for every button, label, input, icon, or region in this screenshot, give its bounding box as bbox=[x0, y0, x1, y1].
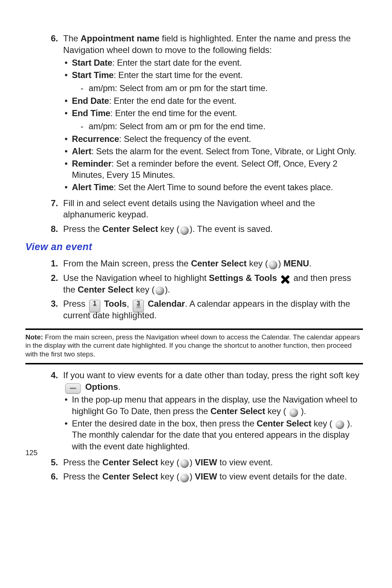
text: to view event details for the date. bbox=[217, 471, 347, 481]
text: ). The event is saved. bbox=[189, 224, 273, 234]
step-body: From the Main screen, press the Center S… bbox=[63, 258, 363, 269]
section-heading-view-event: View an event bbox=[25, 241, 363, 254]
text: ) bbox=[189, 471, 195, 481]
bold-text: Center Select bbox=[102, 457, 158, 467]
key-main: 1 bbox=[90, 300, 100, 306]
step-body: The Appointment name field is highlighte… bbox=[63, 33, 363, 195]
bold-text: VIEW bbox=[195, 471, 217, 481]
step-body: Press the Center Select key (). The even… bbox=[63, 223, 363, 235]
text: ). bbox=[299, 406, 306, 416]
center-select-icon bbox=[180, 226, 189, 235]
text: ) bbox=[278, 258, 283, 268]
center-select-icon bbox=[289, 408, 298, 417]
step-number: 5. bbox=[25, 457, 63, 468]
text: key ( bbox=[311, 418, 335, 428]
bold-text: VIEW bbox=[195, 457, 217, 467]
view-event-list-cont: 4. If you want to view events for a date… bbox=[25, 369, 363, 482]
manual-page: 6. The Appointment name field is highlig… bbox=[0, 0, 392, 588]
step-number: 2. bbox=[25, 272, 63, 295]
bullet: End Date: Enter the end date for the eve… bbox=[63, 95, 363, 107]
text: key ( bbox=[158, 457, 179, 467]
bold-text: MENU bbox=[283, 258, 309, 268]
step-6: 6. The Appointment name field is highlig… bbox=[25, 33, 363, 195]
center-select-icon bbox=[269, 261, 277, 269]
dash: am/pm: Select from am or pm for the star… bbox=[75, 82, 363, 94]
step-number: 6. bbox=[25, 33, 63, 195]
bold-text: Center Select bbox=[102, 471, 158, 481]
step-number: 8. bbox=[25, 223, 63, 235]
page-number: 125 bbox=[25, 448, 37, 457]
bold-text: Alert bbox=[72, 146, 91, 156]
step-number: 7. bbox=[25, 197, 63, 220]
bullet: Start Time: Enter the start time for the… bbox=[63, 69, 363, 94]
bold-text: End Time bbox=[72, 108, 110, 118]
step-number: 6. bbox=[25, 471, 63, 482]
step-body: Press the Center Select key () VIEW to v… bbox=[63, 471, 363, 482]
text: key ( bbox=[247, 258, 268, 268]
step-body: If you want to view events for a date ot… bbox=[63, 369, 363, 454]
bullet: In the pop-up menu that appears in the d… bbox=[63, 394, 363, 417]
text: key ( bbox=[265, 406, 289, 416]
note-label: Note: bbox=[25, 333, 43, 341]
step-2: 2. Use the Navigation wheel to highlight… bbox=[25, 272, 363, 295]
note-block: Note: From the main screen, press the Na… bbox=[25, 328, 363, 364]
text: : Sets the alarm for the event. Select f… bbox=[91, 146, 356, 156]
bold-text: Start Date bbox=[72, 58, 112, 68]
center-select-icon bbox=[155, 286, 164, 295]
text: : Enter the start date for the event. bbox=[112, 58, 242, 68]
procedure-list-continued: 6. The Appointment name field is highlig… bbox=[25, 33, 363, 235]
bold-text: Calendar bbox=[148, 299, 185, 309]
text: Press the bbox=[63, 471, 102, 481]
text: ) bbox=[189, 457, 195, 467]
step-body: Use the Navigation wheel to highlight Se… bbox=[63, 272, 363, 295]
step-body: Press the Center Select key () VIEW to v… bbox=[63, 457, 363, 468]
keypad-1-icon: 1 bbox=[89, 300, 100, 312]
step-number: 1. bbox=[25, 258, 63, 269]
bold-text: Start Time bbox=[72, 70, 114, 80]
settings-tools-icon bbox=[280, 275, 290, 284]
text: Press bbox=[63, 299, 88, 309]
bold-text: Center Select bbox=[257, 418, 311, 428]
step-6b: 6. Press the Center Select key () VIEW t… bbox=[25, 471, 363, 482]
text: The bbox=[63, 33, 81, 43]
keypad-3-icon: 3def bbox=[133, 300, 144, 312]
bullet: Alert: Sets the alarm for the event. Sel… bbox=[63, 146, 363, 157]
text: Use the Navigation wheel to highlight bbox=[63, 273, 209, 283]
key-main: 3 bbox=[133, 300, 143, 306]
text: : Enter the end date for the event. bbox=[109, 96, 236, 106]
step-body: Press 1 Tools, 3def Calendar. A calendar… bbox=[63, 298, 363, 321]
step-5: 5. Press the Center Select key () VIEW t… bbox=[25, 457, 363, 468]
bold-text: Settings & Tools bbox=[209, 273, 277, 283]
bold-text: End Date bbox=[72, 96, 109, 106]
key-sub: def bbox=[133, 306, 143, 309]
bold-text: Center Select bbox=[191, 258, 246, 268]
step-body: Fill in and select event details using t… bbox=[63, 197, 363, 220]
bold-text: Options bbox=[85, 382, 118, 392]
bold-text: Center Select bbox=[78, 285, 133, 294]
text: Enter the desired date in the box, then … bbox=[72, 418, 257, 428]
text: : Set the Alert Time to sound before the… bbox=[114, 182, 333, 192]
options-bullets: In the pop-up menu that appears in the d… bbox=[63, 394, 363, 452]
bullet: Enter the desired date in the box, then … bbox=[63, 418, 363, 452]
bullet: End Time: Enter the end time for the eve… bbox=[63, 107, 363, 132]
view-event-list: 1. From the Main screen, press the Cente… bbox=[25, 258, 363, 321]
text: key ( bbox=[133, 285, 155, 294]
step-4: 4. If you want to view events for a date… bbox=[25, 369, 363, 454]
text: If you want to view events for a date ot… bbox=[63, 370, 359, 380]
text: . bbox=[309, 258, 312, 268]
bold-text: Center Select bbox=[102, 224, 158, 234]
bold-text: Alert Time bbox=[72, 182, 114, 192]
text: Press the bbox=[63, 457, 102, 467]
sub-dashes: am/pm: Select from am or pm for the end … bbox=[72, 121, 363, 132]
bold-text: Center Select bbox=[211, 406, 265, 416]
bold-text: Tools bbox=[104, 299, 127, 309]
text: : Enter the end time for the event. bbox=[110, 108, 237, 118]
bullet: Start Date: Enter the start date for the… bbox=[63, 57, 363, 69]
text: : Set a reminder before the event. Selec… bbox=[72, 159, 338, 180]
step-number: 3. bbox=[25, 298, 63, 321]
text: key ( bbox=[158, 471, 179, 481]
center-select-icon bbox=[335, 420, 344, 429]
note-text: From the main screen, press the Navigati… bbox=[25, 333, 360, 358]
text: ). bbox=[165, 285, 170, 294]
text: : Enter the start time for the event. bbox=[114, 70, 242, 80]
